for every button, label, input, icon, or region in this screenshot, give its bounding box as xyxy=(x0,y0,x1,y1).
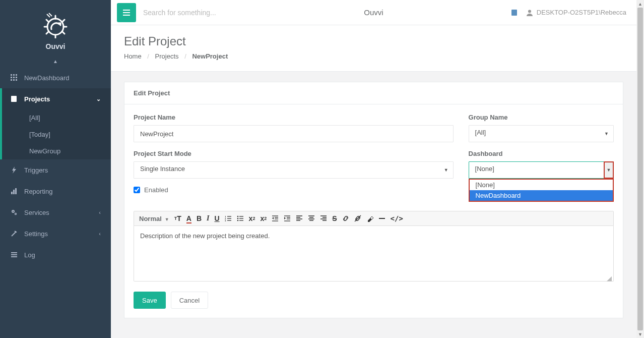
book-icon[interactable] xyxy=(510,9,519,17)
sidebar-item-label: Reporting xyxy=(24,188,52,195)
toolbar-superscript-icon[interactable]: x2 xyxy=(260,214,267,222)
chevron-left-icon: ‹ xyxy=(99,231,101,237)
search-input[interactable] xyxy=(143,9,294,17)
scroll-thumb[interactable] xyxy=(637,8,643,330)
toolbar-style-select[interactable]: Normal▼ xyxy=(139,215,169,222)
svg-rect-7 xyxy=(11,79,12,81)
toolbar-italic-icon[interactable]: I xyxy=(207,214,209,222)
sidebar-item-newdashboard[interactable]: NewDashboard xyxy=(0,67,111,88)
editor-content: Description of the new project being cre… xyxy=(140,232,270,240)
toolbar-ordered-list-icon[interactable]: 123 xyxy=(225,215,232,222)
toolbar-align-center-icon[interactable] xyxy=(308,215,315,222)
cancel-button[interactable]: Cancel xyxy=(171,292,208,309)
toolbar-code-icon[interactable]: </> xyxy=(391,214,403,222)
sidebar-item-label: Triggers xyxy=(24,166,48,174)
editor-body[interactable]: Description of the new project being cre… xyxy=(134,226,614,281)
edit-project-panel: Edit Project Project Name Project Start … xyxy=(124,82,623,318)
sidebar-subitem-all[interactable]: [All] xyxy=(2,109,111,126)
svg-rect-8 xyxy=(13,79,15,81)
chevron-left-icon: ‹ xyxy=(99,209,101,215)
sidebar-subitem-label: [All] xyxy=(29,114,40,122)
svg-point-16 xyxy=(15,213,16,214)
toolbar-link-icon[interactable] xyxy=(342,215,349,222)
sidebar-item-reporting[interactable]: Reporting xyxy=(0,181,111,202)
brand-name: Ouvvi xyxy=(0,42,111,50)
start-mode-label: Project Start Mode xyxy=(134,150,454,157)
sidebar-item-triggers[interactable]: Triggers xyxy=(0,159,111,181)
dashboard-option-none[interactable]: [None] xyxy=(470,180,613,190)
toolbar-indent-icon[interactable] xyxy=(284,215,291,222)
hamburger-icon xyxy=(122,9,131,16)
breadcrumb: Home / Projects / NewProject xyxy=(124,52,623,60)
svg-point-32 xyxy=(237,220,238,221)
resize-handle-icon[interactable]: ◢ xyxy=(607,274,612,279)
breadcrumb-current: NewProject xyxy=(192,52,228,60)
toolbar-strikethrough-icon[interactable]: S xyxy=(332,214,337,222)
toolbar-unlink-icon[interactable] xyxy=(354,215,361,222)
toolbar-unordered-list-icon[interactable] xyxy=(237,215,244,222)
dashboard-dropdown: [None] NewDashboard xyxy=(469,179,614,202)
sidebar-item-settings[interactable]: Settings ‹ xyxy=(0,223,111,244)
toolbar-align-right-icon[interactable] xyxy=(320,215,327,222)
sidebar-item-projects[interactable]: Projects ⌄ [All] [Today] NewGroup xyxy=(0,88,111,159)
sidebar-item-label: NewDashboard xyxy=(24,74,70,82)
main-area: Ouvvi DESKTOP-O2ST5P1\Rebecca Edit Proje… xyxy=(111,0,636,338)
svg-rect-3 xyxy=(16,74,17,76)
dashboard-select-button[interactable]: ▼ xyxy=(604,161,614,179)
project-name-group: Project Name xyxy=(134,114,454,142)
content: Edit Project Project Name Project Start … xyxy=(111,72,636,328)
sidebar-subitem-label: [Today] xyxy=(29,131,50,138)
dashboard-select[interactable]: [None] xyxy=(469,161,614,179)
svg-rect-1 xyxy=(11,74,12,76)
search-box xyxy=(143,9,510,17)
sidebar: Ouvvi ▲ NewDashboard Projects ⌄ [All] [T… xyxy=(0,0,111,338)
sidebar-item-log[interactable]: Log xyxy=(0,244,111,265)
toolbar-hr-icon[interactable] xyxy=(378,215,385,222)
enabled-checkbox[interactable] xyxy=(134,187,140,193)
svg-rect-10 xyxy=(11,192,13,194)
bolt-icon xyxy=(10,166,18,174)
toolbar-fontcolor-icon[interactable]: A xyxy=(186,214,191,222)
start-mode-select[interactable]: Single Instance xyxy=(134,161,454,179)
svg-point-23 xyxy=(528,10,531,13)
projects-subnav: [All] [Today] NewGroup xyxy=(2,109,111,159)
toolbar-subscript-icon[interactable]: x2 xyxy=(249,214,255,222)
dashboard-label: Dashboard xyxy=(469,150,614,157)
toolbar-outdent-icon[interactable] xyxy=(272,215,279,222)
page-header: Edit Project Home / Projects / NewProjec… xyxy=(111,25,636,72)
dashboard-option-newdashboard[interactable]: NewDashboard xyxy=(470,190,613,201)
page-scrollbar[interactable]: ▲ ▼ xyxy=(636,0,644,338)
project-name-input[interactable] xyxy=(134,125,454,142)
sidebar-item-services[interactable]: Services ‹ xyxy=(0,202,111,223)
cogs-icon xyxy=(10,208,18,216)
toolbar-align-left-icon[interactable] xyxy=(296,215,303,222)
sidebar-subitem-today[interactable]: [Today] xyxy=(2,126,111,143)
svg-rect-5 xyxy=(13,77,15,78)
page-title: Edit Project xyxy=(124,34,623,48)
toolbar-bold-icon[interactable]: B xyxy=(197,214,202,222)
toolbar-underline-icon[interactable]: U xyxy=(214,214,219,222)
svg-rect-4 xyxy=(11,77,12,78)
collapse-triangle-icon[interactable]: ▲ xyxy=(0,55,111,67)
user-icon xyxy=(526,9,534,17)
group-name-select[interactable]: [All] xyxy=(469,125,614,142)
user-menu[interactable]: DESKTOP-O2ST5P1\Rebecca xyxy=(526,9,626,17)
svg-rect-12 xyxy=(15,188,17,194)
sidebar-subitem-newgroup[interactable]: NewGroup xyxy=(2,143,111,159)
toolbar-fontsize-icon[interactable]: TT xyxy=(174,214,181,222)
toolbar-eraser-icon[interactable] xyxy=(366,215,373,222)
scroll-up-icon[interactable]: ▲ xyxy=(636,0,644,8)
enabled-label: Enabled xyxy=(144,186,168,194)
hamburger-button[interactable] xyxy=(117,3,136,22)
sidebar-item-label: Services xyxy=(24,209,49,216)
start-mode-group: Project Start Mode Single Instance ▼ xyxy=(134,150,454,179)
sidebar-item-label: Settings xyxy=(24,230,48,238)
breadcrumb-projects[interactable]: Projects xyxy=(155,52,179,60)
list-icon xyxy=(10,251,18,259)
scroll-track[interactable] xyxy=(636,8,644,330)
scroll-down-icon[interactable]: ▼ xyxy=(636,330,644,338)
svg-point-30 xyxy=(237,216,238,217)
grid-icon xyxy=(10,74,18,82)
save-button[interactable]: Save xyxy=(134,292,166,309)
breadcrumb-home[interactable]: Home xyxy=(124,52,142,60)
